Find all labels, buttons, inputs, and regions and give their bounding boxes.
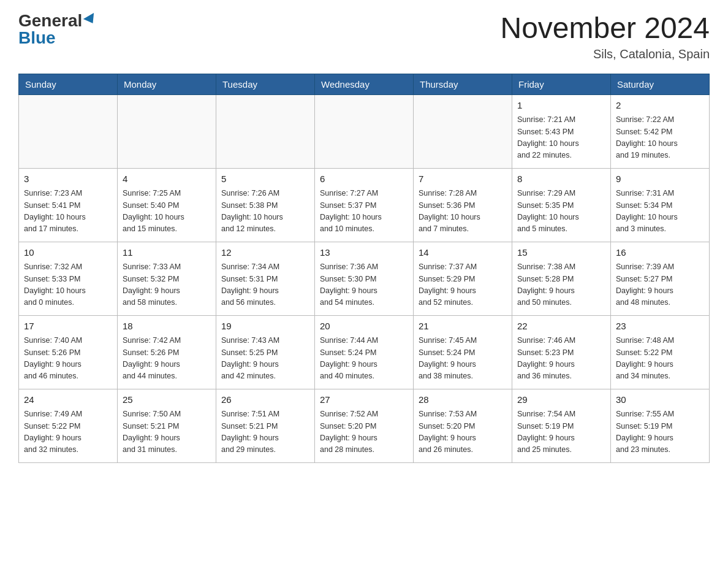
day-info: Sunrise: 7:29 AM Sunset: 5:35 PM Dayligh… — [517, 188, 605, 236]
day-info: Sunrise: 7:55 AM Sunset: 5:19 PM Dayligh… — [616, 408, 704, 456]
day-number: 15 — [517, 246, 605, 260]
day-number: 6 — [320, 172, 408, 186]
day-number: 1 — [517, 99, 605, 113]
week-row-4: 17Sunrise: 7:40 AM Sunset: 5:26 PM Dayli… — [19, 315, 710, 389]
calendar-cell-w2-d3: 5Sunrise: 7:26 AM Sunset: 5:38 PM Daylig… — [216, 168, 315, 242]
calendar-cell-w3-d4: 13Sunrise: 7:36 AM Sunset: 5:30 PM Dayli… — [315, 242, 414, 315]
calendar-cell-w2-d1: 3Sunrise: 7:23 AM Sunset: 5:41 PM Daylig… — [19, 168, 118, 242]
calendar-cell-w5-d4: 27Sunrise: 7:52 AM Sunset: 5:20 PM Dayli… — [315, 389, 414, 462]
col-header-monday: Monday — [118, 74, 216, 94]
day-info: Sunrise: 7:52 AM Sunset: 5:20 PM Dayligh… — [320, 408, 408, 456]
day-number: 26 — [221, 393, 309, 407]
day-info: Sunrise: 7:39 AM Sunset: 5:27 PM Dayligh… — [616, 261, 704, 309]
day-number: 24 — [24, 393, 112, 407]
calendar-cell-w3-d1: 10Sunrise: 7:32 AM Sunset: 5:33 PM Dayli… — [19, 242, 118, 315]
calendar-table: Sunday Monday Tuesday Wednesday Thursday… — [18, 74, 710, 463]
day-number: 30 — [616, 393, 704, 407]
calendar-cell-w2-d5: 7Sunrise: 7:28 AM Sunset: 5:36 PM Daylig… — [414, 168, 512, 242]
day-number: 16 — [616, 246, 704, 260]
calendar-cell-w2-d7: 9Sunrise: 7:31 AM Sunset: 5:34 PM Daylig… — [611, 168, 710, 242]
day-info: Sunrise: 7:27 AM Sunset: 5:37 PM Dayligh… — [320, 188, 408, 236]
logo-general-text: General — [18, 12, 82, 29]
calendar-cell-w5-d7: 30Sunrise: 7:55 AM Sunset: 5:19 PM Dayli… — [611, 389, 710, 462]
week-row-5: 24Sunrise: 7:49 AM Sunset: 5:22 PM Dayli… — [19, 389, 710, 462]
day-info: Sunrise: 7:34 AM Sunset: 5:31 PM Dayligh… — [221, 261, 309, 309]
day-info: Sunrise: 7:48 AM Sunset: 5:22 PM Dayligh… — [616, 335, 704, 383]
calendar-cell-w1-d7: 2Sunrise: 7:22 AM Sunset: 5:42 PM Daylig… — [611, 94, 710, 168]
calendar-cell-w3-d3: 12Sunrise: 7:34 AM Sunset: 5:31 PM Dayli… — [216, 242, 315, 315]
day-number: 2 — [616, 99, 704, 113]
calendar-cell-w4-d3: 19Sunrise: 7:43 AM Sunset: 5:25 PM Dayli… — [216, 315, 315, 389]
calendar-cell-w2-d6: 8Sunrise: 7:29 AM Sunset: 5:35 PM Daylig… — [512, 168, 611, 242]
day-number: 8 — [517, 172, 605, 186]
day-info: Sunrise: 7:32 AM Sunset: 5:33 PM Dayligh… — [24, 261, 112, 309]
calendar-cell-w2-d2: 4Sunrise: 7:25 AM Sunset: 5:40 PM Daylig… — [118, 168, 216, 242]
calendar-cell-w3-d7: 16Sunrise: 7:39 AM Sunset: 5:27 PM Dayli… — [611, 242, 710, 315]
day-info: Sunrise: 7:25 AM Sunset: 5:40 PM Dayligh… — [123, 188, 211, 236]
day-info: Sunrise: 7:53 AM Sunset: 5:20 PM Dayligh… — [419, 408, 507, 456]
calendar-cell-w1-d2 — [118, 94, 216, 168]
logo-arrow-icon — [83, 13, 98, 26]
calendar-cell-w4-d6: 22Sunrise: 7:46 AM Sunset: 5:23 PM Dayli… — [512, 315, 611, 389]
day-number: 20 — [320, 320, 408, 334]
calendar-header-row: Sunday Monday Tuesday Wednesday Thursday… — [19, 74, 710, 94]
day-info: Sunrise: 7:37 AM Sunset: 5:29 PM Dayligh… — [419, 261, 507, 309]
week-row-3: 10Sunrise: 7:32 AM Sunset: 5:33 PM Dayli… — [19, 242, 710, 315]
calendar-cell-w4-d5: 21Sunrise: 7:45 AM Sunset: 5:24 PM Dayli… — [414, 315, 512, 389]
col-header-sunday: Sunday — [19, 74, 118, 94]
day-number: 14 — [419, 246, 507, 260]
day-number: 5 — [221, 172, 309, 186]
week-row-2: 3Sunrise: 7:23 AM Sunset: 5:41 PM Daylig… — [19, 168, 710, 242]
day-number: 22 — [517, 320, 605, 334]
day-number: 21 — [419, 320, 507, 334]
calendar-cell-w3-d2: 11Sunrise: 7:33 AM Sunset: 5:32 PM Dayli… — [118, 242, 216, 315]
col-header-saturday: Saturday — [611, 74, 710, 94]
logo: General Blue — [18, 12, 97, 47]
day-info: Sunrise: 7:31 AM Sunset: 5:34 PM Dayligh… — [616, 188, 704, 236]
location-text: Sils, Catalonia, Spain — [500, 47, 710, 61]
col-header-wednesday: Wednesday — [315, 74, 414, 94]
calendar-cell-w4-d2: 18Sunrise: 7:42 AM Sunset: 5:26 PM Dayli… — [118, 315, 216, 389]
day-info: Sunrise: 7:36 AM Sunset: 5:30 PM Dayligh… — [320, 261, 408, 309]
day-info: Sunrise: 7:28 AM Sunset: 5:36 PM Dayligh… — [419, 188, 507, 236]
day-info: Sunrise: 7:21 AM Sunset: 5:43 PM Dayligh… — [517, 114, 605, 162]
day-number: 13 — [320, 246, 408, 260]
calendar-cell-w1-d1 — [19, 94, 118, 168]
calendar-cell-w3-d6: 15Sunrise: 7:38 AM Sunset: 5:28 PM Dayli… — [512, 242, 611, 315]
col-header-friday: Friday — [512, 74, 611, 94]
day-info: Sunrise: 7:43 AM Sunset: 5:25 PM Dayligh… — [221, 335, 309, 383]
col-header-thursday: Thursday — [414, 74, 512, 94]
day-number: 4 — [123, 172, 211, 186]
calendar-cell-w4-d4: 20Sunrise: 7:44 AM Sunset: 5:24 PM Dayli… — [315, 315, 414, 389]
day-info: Sunrise: 7:26 AM Sunset: 5:38 PM Dayligh… — [221, 188, 309, 236]
calendar-cell-w5-d2: 25Sunrise: 7:50 AM Sunset: 5:21 PM Dayli… — [118, 389, 216, 462]
day-info: Sunrise: 7:40 AM Sunset: 5:26 PM Dayligh… — [24, 335, 112, 383]
day-info: Sunrise: 7:42 AM Sunset: 5:26 PM Dayligh… — [123, 335, 211, 383]
day-number: 17 — [24, 320, 112, 334]
day-number: 27 — [320, 393, 408, 407]
day-number: 12 — [221, 246, 309, 260]
col-header-tuesday: Tuesday — [216, 74, 315, 94]
day-number: 18 — [123, 320, 211, 334]
day-number: 23 — [616, 320, 704, 334]
day-info: Sunrise: 7:45 AM Sunset: 5:24 PM Dayligh… — [419, 335, 507, 383]
calendar-cell-w4-d1: 17Sunrise: 7:40 AM Sunset: 5:26 PM Dayli… — [19, 315, 118, 389]
logo-blue-text: Blue — [18, 29, 56, 47]
calendar-cell-w2-d4: 6Sunrise: 7:27 AM Sunset: 5:37 PM Daylig… — [315, 168, 414, 242]
calendar-cell-w3-d5: 14Sunrise: 7:37 AM Sunset: 5:29 PM Dayli… — [414, 242, 512, 315]
calendar-cell-w1-d4 — [315, 94, 414, 168]
day-number: 29 — [517, 393, 605, 407]
calendar-cell-w5-d1: 24Sunrise: 7:49 AM Sunset: 5:22 PM Dayli… — [19, 389, 118, 462]
day-number: 9 — [616, 172, 704, 186]
calendar-cell-w5-d5: 28Sunrise: 7:53 AM Sunset: 5:20 PM Dayli… — [414, 389, 512, 462]
day-info: Sunrise: 7:46 AM Sunset: 5:23 PM Dayligh… — [517, 335, 605, 383]
week-row-1: 1Sunrise: 7:21 AM Sunset: 5:43 PM Daylig… — [19, 94, 710, 168]
day-info: Sunrise: 7:23 AM Sunset: 5:41 PM Dayligh… — [24, 188, 112, 236]
day-info: Sunrise: 7:51 AM Sunset: 5:21 PM Dayligh… — [221, 408, 309, 456]
day-info: Sunrise: 7:44 AM Sunset: 5:24 PM Dayligh… — [320, 335, 408, 383]
day-number: 11 — [123, 246, 211, 260]
calendar-cell-w4-d7: 23Sunrise: 7:48 AM Sunset: 5:22 PM Dayli… — [611, 315, 710, 389]
month-title: November 2024 — [500, 12, 710, 45]
calendar-cell-w1-d6: 1Sunrise: 7:21 AM Sunset: 5:43 PM Daylig… — [512, 94, 611, 168]
calendar-cell-w1-d3 — [216, 94, 315, 168]
